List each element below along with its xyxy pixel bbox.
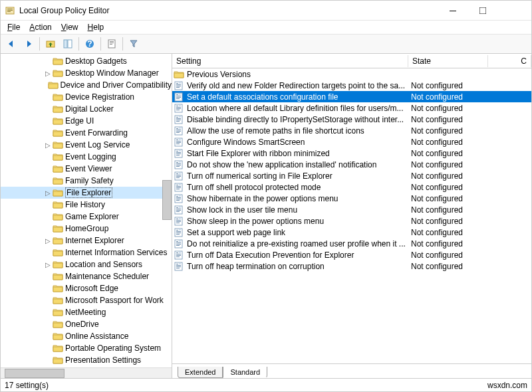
up-button[interactable] [43,36,59,52]
minimize-button[interactable] [438,1,467,20]
svg-rect-103 [176,245,180,246]
svg-rect-89 [176,220,181,221]
setting-row[interactable]: Turn off shell protocol protected modeNo… [172,181,531,193]
svg-rect-94 [176,230,178,231]
tree-item[interactable]: ▷Internet Explorer [1,235,172,246]
setting-row[interactable]: Show lock in the user tile menuNot confi… [172,204,531,215]
menu-file[interactable]: File [3,21,24,33]
tree-item[interactable]: Maintenance Scheduler [1,270,172,282]
policy-icon [174,239,184,248]
tree-item[interactable]: Event Forwarding [1,127,172,139]
svg-rect-42 [176,131,181,132]
tree-item[interactable]: Presentation Settings [1,354,172,366]
menu-view[interactable]: View [57,21,82,33]
svg-rect-50 [179,139,181,140]
folder-icon [53,104,63,114]
menu-action[interactable]: Action [25,21,55,33]
tree-item[interactable]: Portable Operating System [1,342,172,354]
tree-item[interactable]: Microsoft Passport for Work [1,294,172,306]
setting-row[interactable]: Disable binding directly to IPropertySet… [172,114,531,125]
tree-item[interactable]: Internet Information Services [1,246,172,258]
svg-rect-66 [176,176,181,177]
svg-rect-102 [176,244,181,245]
setting-row[interactable]: Verify old and new Folder Redirection ta… [172,80,531,91]
help-button[interactable]: ? [82,36,98,52]
column-state[interactable]: State [408,55,488,67]
tree-item[interactable]: File History [1,199,172,211]
setting-row[interactable]: Location where all default Library defin… [172,102,531,114]
expand-toggle[interactable]: ▷ [43,70,53,77]
svg-rect-34 [176,117,178,118]
tree-item[interactable]: ▷Event Log Service [1,139,172,151]
tree-item[interactable]: Event Viewer [1,163,172,175]
setting-row[interactable]: Configure Windows SmartScreenNot configu… [172,136,531,147]
svg-rect-100 [176,241,178,242]
setting-row[interactable]: Set a support web page linkNot configure… [172,227,531,238]
scrollbar-thumb[interactable] [5,369,65,378]
tree-item-label: Event Forwarding [65,128,128,138]
forward-button[interactable] [21,36,37,52]
filter-button[interactable] [126,36,142,52]
tree-item[interactable]: ▷Location and Sensors [1,258,172,270]
expand-toggle[interactable]: ▷ [43,237,53,245]
tree-item[interactable]: ▷Desktop Window Manager [1,67,172,79]
tree-item[interactable]: Device and Driver Compatibility [1,79,172,91]
back-button[interactable] [3,36,19,52]
svg-rect-72 [176,187,181,188]
setting-row[interactable]: Allow the use of remote paths in file sh… [172,125,531,136]
setting-row[interactable]: Turn off numerical sorting in File Explo… [172,170,531,181]
tree-item[interactable]: HomeGroup [1,223,172,235]
svg-rect-48 [176,142,181,143]
policy-icon [174,250,184,260]
policy-icon [174,81,184,90]
setting-row[interactable]: Turn off Data Execution Prevention for E… [172,249,531,260]
svg-rect-7 [64,40,67,48]
properties-button[interactable] [104,36,120,52]
close-button[interactable] [497,1,527,20]
svg-rect-97 [176,234,180,235]
setting-row[interactable]: Turn off heap termination on corruptionN… [172,260,531,272]
tree-item[interactable]: NetMeeting [1,306,172,318]
tree-item[interactable]: Desktop Gadgets [1,55,172,67]
tree-item[interactable]: Digital Locker [1,103,172,115]
tree-item-label: Device and Driver Compatibility [61,80,172,90]
maximize-button[interactable] [467,1,497,20]
menu-help[interactable]: Help [84,21,108,33]
setting-row[interactable]: Set a default associations configuration… [172,91,531,102]
tree-item[interactable]: Edge UI [1,115,172,127]
tree-item[interactable]: Device Registration [1,91,172,103]
show-hide-tree-button[interactable] [60,36,76,52]
tree-item[interactable]: Microsoft Edge [1,282,172,294]
expand-toggle[interactable]: ▷ [43,261,53,268]
folder-icon [53,332,63,341]
expand-toggle[interactable]: ▷ [43,189,53,197]
setting-row[interactable]: Do not show the 'new application install… [172,159,531,170]
tab-extended[interactable]: Extended [178,367,223,378]
svg-rect-73 [176,189,180,189]
setting-row[interactable]: Previous Versions [172,68,531,80]
folder-icon [53,128,63,138]
setting-row[interactable]: Start File Explorer with ribbon minimize… [172,147,531,159]
setting-name: Verify old and new Folder Redirection ta… [187,81,405,90]
list-header: Setting State C [172,54,531,68]
tree-item[interactable]: Online Assistance [1,330,172,342]
tree-item[interactable]: ▷File Explorer [1,187,172,199]
svg-rect-56 [179,150,181,151]
folder-icon [53,188,63,197]
column-comment[interactable]: C [488,55,531,67]
tree-item[interactable]: OneDrive [1,318,172,330]
column-setting[interactable]: Setting [172,55,408,67]
expand-toggle[interactable]: ▷ [43,142,53,149]
tree-scrollbar-horizontal[interactable] [1,367,172,378]
tree-item[interactable]: Family Safety [1,175,172,187]
setting-row[interactable]: Show hibernate in the power options menu… [172,193,531,204]
tree-item[interactable]: Game Explorer [1,211,172,223]
svg-rect-112 [176,264,178,264]
setting-row[interactable]: Show sleep in the power options menuNot … [172,215,531,227]
folder-icon [53,284,63,293]
tree-scrollbar-vertical[interactable] [162,180,172,220]
tab-standard[interactable]: Standard [223,367,267,378]
folder-icon [53,176,63,185]
tree-item[interactable]: Event Logging [1,151,172,163]
setting-row[interactable]: Do not reinitialize a pre-existing roame… [172,238,531,249]
